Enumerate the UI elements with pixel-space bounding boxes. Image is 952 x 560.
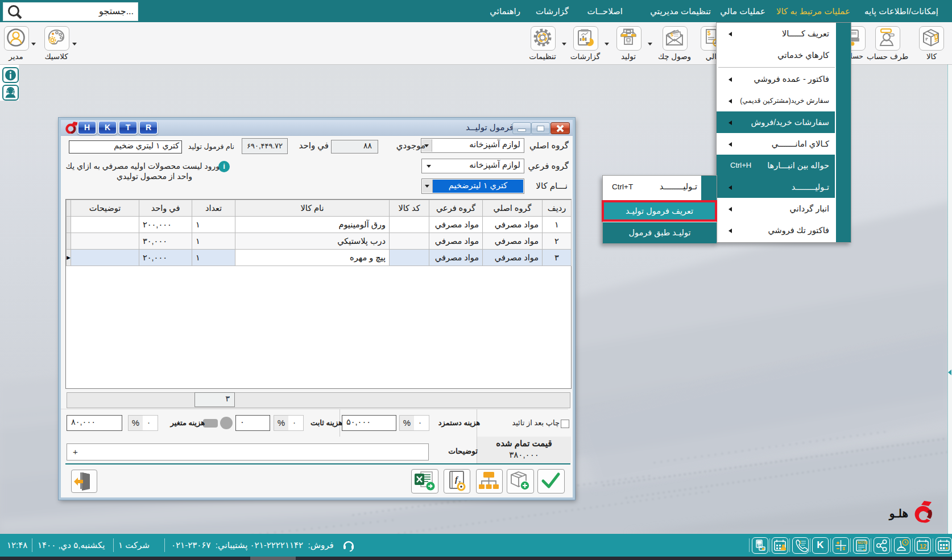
svg-text:12: 12 — [920, 543, 926, 550]
svg-text:$: $ — [707, 30, 711, 36]
svg-text:هلـو: هلـو — [888, 507, 908, 521]
svg-text:$: $ — [670, 32, 673, 38]
svg-text:NOTE: NOTE — [858, 541, 868, 545]
